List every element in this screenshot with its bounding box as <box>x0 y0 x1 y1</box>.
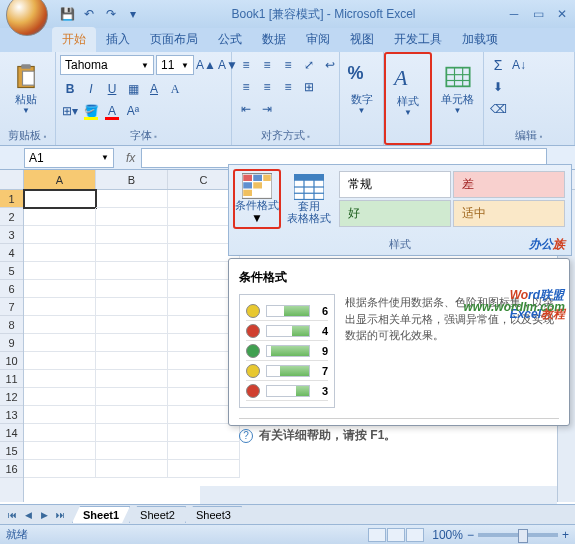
cell[interactable] <box>24 298 96 316</box>
underline-button[interactable]: U <box>102 79 122 99</box>
maximize-button[interactable]: ▭ <box>529 7 547 21</box>
cell[interactable] <box>24 262 96 280</box>
tab-view[interactable]: 视图 <box>340 27 384 52</box>
cell[interactable] <box>24 316 96 334</box>
page-break-view-icon[interactable] <box>406 528 424 542</box>
style-gallery-item[interactable]: 差 <box>453 171 565 198</box>
close-button[interactable]: ✕ <box>553 7 571 21</box>
align-right-icon[interactable]: ≡ <box>278 77 298 97</box>
prev-sheet-icon[interactable]: ◀ <box>20 510 36 520</box>
zoom-out-icon[interactable]: − <box>467 528 474 542</box>
cell[interactable] <box>96 244 168 262</box>
cell[interactable] <box>96 352 168 370</box>
border-button[interactable]: ▦ <box>123 79 143 99</box>
cell[interactable] <box>24 352 96 370</box>
tab-developer[interactable]: 开发工具 <box>384 27 452 52</box>
fill-icon[interactable]: ⬇ <box>488 77 508 97</box>
select-all-corner[interactable] <box>0 170 24 190</box>
next-sheet-icon[interactable]: ▶ <box>36 510 52 520</box>
cell[interactable] <box>24 190 96 208</box>
cell[interactable] <box>96 442 168 460</box>
cell[interactable] <box>168 424 240 442</box>
align-left-icon[interactable]: ≡ <box>236 77 256 97</box>
clear-icon[interactable]: ⌫ <box>488 99 508 119</box>
tab-review[interactable]: 审阅 <box>296 27 340 52</box>
row-header[interactable]: 9 <box>0 334 23 352</box>
fx-icon[interactable]: fx <box>126 151 135 165</box>
style-gallery-item[interactable]: 适中 <box>453 200 565 227</box>
wrap-text-icon[interactable]: ↩ <box>320 55 340 75</box>
redo-icon[interactable]: ↷ <box>102 5 120 23</box>
cell[interactable] <box>96 208 168 226</box>
sheet-tab-3[interactable]: Sheet3 <box>185 506 242 523</box>
row-header[interactable]: 2 <box>0 208 23 226</box>
last-sheet-icon[interactable]: ⏭ <box>52 510 68 520</box>
cell[interactable] <box>24 442 96 460</box>
tab-home[interactable]: 开始 <box>52 27 96 52</box>
col-header-a[interactable]: A <box>24 170 96 189</box>
align-center-icon[interactable]: ≡ <box>257 77 277 97</box>
row-header[interactable]: 5 <box>0 262 23 280</box>
phonetic-button[interactable]: Aª <box>123 101 143 121</box>
cell[interactable] <box>96 424 168 442</box>
name-box[interactable]: A1▼ <box>24 148 114 168</box>
sheet-tab-1[interactable]: Sheet1 <box>72 506 130 523</box>
cell[interactable] <box>96 334 168 352</box>
cell[interactable] <box>24 370 96 388</box>
grow-font-icon[interactable]: A▲ <box>196 55 216 75</box>
row-header[interactable]: 16 <box>0 460 23 478</box>
cell[interactable] <box>168 442 240 460</box>
font-size-select[interactable]: 11▼ <box>156 55 194 75</box>
row-header[interactable]: 15 <box>0 442 23 460</box>
cell[interactable] <box>96 190 168 208</box>
sheet-tab-2[interactable]: Sheet2 <box>129 506 186 523</box>
orientation-icon[interactable]: ⤢ <box>299 55 319 75</box>
format-as-table-button[interactable]: 套用 表格格式 <box>285 169 333 229</box>
cell[interactable] <box>96 226 168 244</box>
style-gallery-item[interactable]: 常规 <box>339 171 451 198</box>
conditional-formatting-button[interactable]: 条件格式 ▼ <box>233 169 281 229</box>
tab-pagelayout[interactable]: 页面布局 <box>140 27 208 52</box>
cell[interactable] <box>24 208 96 226</box>
align-top-icon[interactable]: ≡ <box>236 55 256 75</box>
page-layout-view-icon[interactable] <box>387 528 405 542</box>
save-icon[interactable]: 💾 <box>58 5 76 23</box>
double-underline-button[interactable]: A <box>144 79 164 99</box>
paste-button[interactable]: 粘贴 ▼ <box>4 55 48 123</box>
align-bottom-icon[interactable]: ≡ <box>278 55 298 75</box>
col-header-b[interactable]: B <box>96 170 168 189</box>
font-effects-button[interactable]: A <box>165 79 185 99</box>
bold-button[interactable]: B <box>60 79 80 99</box>
cell[interactable] <box>168 460 240 478</box>
minimize-button[interactable]: ─ <box>505 7 523 21</box>
align-middle-icon[interactable]: ≡ <box>257 55 277 75</box>
cell[interactable] <box>24 388 96 406</box>
tab-addins[interactable]: 加载项 <box>452 27 508 52</box>
find-select-icon[interactable] <box>530 55 550 75</box>
number-format-button[interactable]: % 数字 ▼ <box>344 55 379 123</box>
fill-color-button[interactable]: 🪣 <box>81 101 101 121</box>
cell[interactable] <box>24 424 96 442</box>
cell[interactable] <box>24 460 96 478</box>
cells-button[interactable]: 单元格 ▼ <box>436 55 479 123</box>
cell[interactable] <box>96 388 168 406</box>
border-menu-button[interactable]: ⊞▾ <box>60 101 80 121</box>
cell[interactable] <box>24 406 96 424</box>
cell[interactable] <box>96 280 168 298</box>
row-header[interactable]: 10 <box>0 352 23 370</box>
cell[interactable] <box>24 280 96 298</box>
merge-cells-icon[interactable]: ⊞ <box>299 77 319 97</box>
row-header[interactable]: 8 <box>0 316 23 334</box>
cell[interactable] <box>24 334 96 352</box>
row-header[interactable]: 1 <box>0 190 23 208</box>
zoom-in-icon[interactable]: + <box>562 528 569 542</box>
cell[interactable] <box>24 244 96 262</box>
decrease-indent-icon[interactable]: ⇤ <box>236 99 256 119</box>
row-header[interactable]: 13 <box>0 406 23 424</box>
tab-data[interactable]: 数据 <box>252 27 296 52</box>
undo-icon[interactable]: ↶ <box>80 5 98 23</box>
autosum-icon[interactable]: Σ <box>488 55 508 75</box>
italic-button[interactable]: I <box>81 79 101 99</box>
qat-more-icon[interactable]: ▾ <box>124 5 142 23</box>
increase-indent-icon[interactable]: ⇥ <box>257 99 277 119</box>
